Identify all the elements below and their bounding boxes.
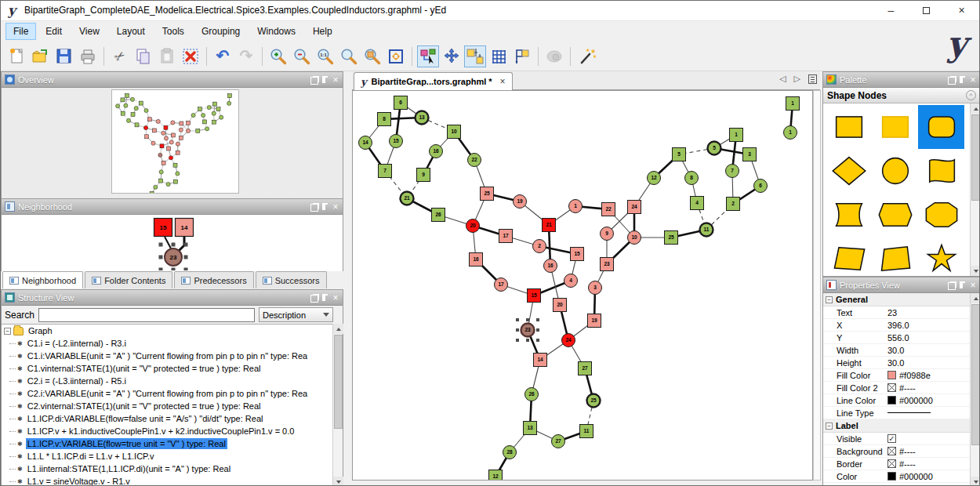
save-file-button[interactable] xyxy=(53,45,75,67)
tree-item[interactable]: ✱L1.ICP.v + k1.inductiveCouplePin1.v + k… xyxy=(2,425,343,437)
neighborhood-tab-neighborhood[interactable]: Neighborhood xyxy=(2,271,83,288)
next-tab-icon[interactable]: ▷ xyxy=(794,74,800,84)
zoom-selection-button[interactable] xyxy=(361,45,383,67)
wizard-button[interactable]: ★★★ xyxy=(575,45,597,67)
overview-content[interactable] xyxy=(2,88,343,198)
property-row-border[interactable]: Border#---- xyxy=(823,458,970,470)
scroll-down-icon[interactable] xyxy=(333,477,343,486)
new-document-button[interactable] xyxy=(6,45,28,67)
property-row-width[interactable]: Width30.0 xyxy=(823,344,970,357)
zoom-out-button[interactable] xyxy=(291,45,313,67)
property-row-height[interactable]: Height30.0 xyxy=(823,357,970,369)
neighborhood-tab-successors[interactable]: Successors xyxy=(256,271,327,288)
tree-item[interactable]: ✱L1.ICP.v:VARIABLE(flow=true unit = "V" … xyxy=(2,437,343,450)
canvas-scrollbar[interactable] xyxy=(813,90,821,481)
neighborhood-tab-predecessors[interactable]: Predecessors xyxy=(174,271,253,288)
tree-item[interactable]: ✱L1.ICP.di:VARIABLE(flow=false unit = "A… xyxy=(2,412,343,425)
scroll-up-icon[interactable] xyxy=(971,103,980,114)
palette-shape-trapezoid[interactable] xyxy=(872,237,918,276)
scroll-down-icon[interactable] xyxy=(971,477,980,486)
collapse-section-icon[interactable]: ^ xyxy=(966,90,976,100)
pin-icon[interactable] xyxy=(960,76,965,83)
property-row-line-color[interactable]: Line Color#000000 xyxy=(823,394,970,407)
property-row-fill-color[interactable]: Fill Color#f0988e xyxy=(823,369,970,382)
overview-title-bar[interactable]: Overview × xyxy=(2,72,343,88)
menu-view[interactable]: View xyxy=(71,23,107,40)
close-icon[interactable]: × xyxy=(969,76,977,84)
delete-button[interactable] xyxy=(180,45,201,67)
palette-shape-ellipse[interactable] xyxy=(872,149,918,193)
property-row-text[interactable]: Text23 xyxy=(823,306,970,319)
float-icon[interactable] xyxy=(310,77,318,85)
property-row-visible[interactable]: Visible✓ xyxy=(823,433,970,445)
menu-edit[interactable]: Edit xyxy=(38,23,70,40)
collapse-icon[interactable]: − xyxy=(826,423,833,430)
menu-grouping[interactable]: Grouping xyxy=(194,23,248,40)
property-row-x[interactable]: X396.0 xyxy=(823,319,970,332)
neighborhood-tab-folder-contents[interactable]: Folder Contents xyxy=(85,271,172,288)
close-button[interactable]: × xyxy=(944,1,979,21)
overview-thumbnail[interactable] xyxy=(111,89,239,194)
collapse-icon[interactable]: − xyxy=(4,328,11,335)
scrollbar-thumb[interactable] xyxy=(971,304,980,445)
zoom-in-button[interactable] xyxy=(267,45,289,67)
neighborhood-content[interactable]: 151423 xyxy=(2,215,343,272)
palette-shape-star[interactable] xyxy=(918,237,964,276)
navigate-mode-button[interactable] xyxy=(441,45,463,67)
tree-item[interactable]: ✱C1.i = (-L2.iinternal) - R3.i xyxy=(2,337,343,350)
properties-section-label[interactable]: −Label xyxy=(823,419,970,433)
search-input[interactable] xyxy=(38,308,255,322)
open-file-button[interactable] xyxy=(30,45,52,67)
structure-scrollbar[interactable] xyxy=(332,324,343,486)
grid-button[interactable] xyxy=(488,45,510,67)
cut-button[interactable]: ✂ xyxy=(109,45,131,67)
property-row-color[interactable]: Color#000000 xyxy=(823,470,970,483)
tree-item[interactable]: ✱L1.v = sineVoltage.v - R1.v xyxy=(2,475,343,486)
property-row-y[interactable]: Y556.0 xyxy=(823,332,970,344)
menu-file[interactable]: File xyxy=(5,23,36,40)
shape-nodes-section-header[interactable]: Shape Nodes ^ xyxy=(823,88,980,103)
tree-item[interactable]: ✱C1.i:VARIABLE(unit = "A" ) "Current flo… xyxy=(2,350,343,362)
property-row-fill-color-2[interactable]: Fill Color 2#---- xyxy=(823,382,970,394)
tab-list-icon[interactable] xyxy=(808,74,817,84)
document-tab[interactable]: y BipartiteGrap...tors.graphml * × xyxy=(354,72,513,90)
palette-shape-rectangle-plain[interactable] xyxy=(872,105,918,149)
property-row-background[interactable]: Background#---- xyxy=(823,445,970,458)
menu-windows[interactable]: Windows xyxy=(249,23,303,40)
pin-icon[interactable] xyxy=(322,203,328,210)
tree-root-row[interactable]: −Graph xyxy=(2,325,343,337)
structure-title-bar[interactable]: Structure View × xyxy=(2,290,343,306)
neighborhood-title-bar[interactable]: Neighborhood × xyxy=(2,199,343,215)
tree-item[interactable]: ✱C1.vinternal:STATE(1)(unit = "V" protec… xyxy=(2,362,343,375)
properties-scrollbar[interactable] xyxy=(970,293,980,486)
close-icon[interactable]: × xyxy=(332,203,339,211)
graph-canvas[interactable]: 6813141510162279212625192021117216171516… xyxy=(352,90,813,481)
palette-shape-wave-rectangle[interactable] xyxy=(918,149,964,193)
scroll-down-icon[interactable] xyxy=(971,266,980,276)
tree-item[interactable]: ✱C2.i:VARIABLE(unit = "A" ) "Current flo… xyxy=(2,387,343,400)
palette-shape-parallelogram[interactable] xyxy=(826,237,872,276)
float-icon[interactable] xyxy=(310,295,318,303)
tree-item[interactable]: ✱L1.iinternal:STATE(1,L1.ICP.di)(unit = … xyxy=(2,462,343,475)
edit-mode-button[interactable] xyxy=(417,45,439,67)
palette-shape-diamond[interactable] xyxy=(826,149,872,193)
menu-layout[interactable]: Layout xyxy=(109,23,153,40)
zoom-1-1-button[interactable]: 1:1 xyxy=(314,45,336,67)
scrollbar-thumb[interactable] xyxy=(334,335,343,429)
undo-button[interactable]: ↶ xyxy=(212,45,234,67)
tree-item[interactable]: ✱C2.vinternal:STATE(1)(unit = "V" protec… xyxy=(2,400,343,412)
collapse-icon[interactable]: − xyxy=(826,296,833,303)
palette-scrollbar[interactable] xyxy=(970,103,980,276)
close-icon[interactable]: × xyxy=(332,294,339,302)
palette-shape-concave-hexagon[interactable] xyxy=(826,193,872,237)
float-icon[interactable] xyxy=(310,204,318,212)
print-button[interactable] xyxy=(77,45,99,67)
structure-tree[interactable]: −Graph✱C1.i = (-L2.iinternal) - R3.i✱C1.… xyxy=(2,324,343,486)
close-icon[interactable]: × xyxy=(332,76,339,84)
float-icon[interactable] xyxy=(948,77,956,85)
scroll-up-icon[interactable] xyxy=(333,324,343,334)
pin-icon[interactable] xyxy=(322,76,328,83)
checkbox-checked-icon[interactable]: ✓ xyxy=(887,434,896,443)
close-icon[interactable]: × xyxy=(969,281,977,289)
property-row-line-type[interactable]: Line Type xyxy=(823,407,970,419)
